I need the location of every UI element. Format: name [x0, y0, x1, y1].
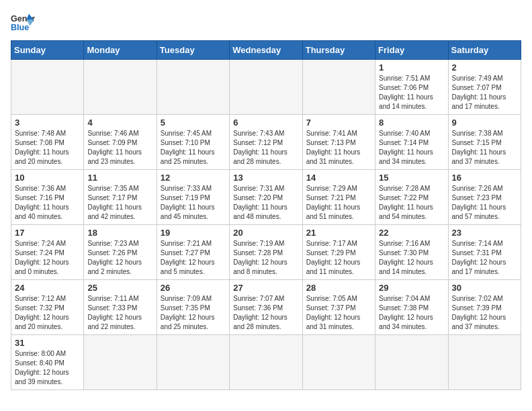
- calendar-cell: [230, 335, 302, 390]
- calendar-cell: 14Sunrise: 7:29 AM Sunset: 7:21 PM Dayli…: [302, 170, 375, 225]
- logo-icon: General Blue: [11, 11, 35, 35]
- calendar-cell: 18Sunrise: 7:23 AM Sunset: 7:26 PM Dayli…: [84, 225, 157, 280]
- calendar-cell: 16Sunrise: 7:26 AM Sunset: 7:23 PM Dayli…: [448, 170, 521, 225]
- day-number: 22: [379, 228, 444, 238]
- day-info: Sunrise: 7:48 AM Sunset: 7:08 PM Dayligh…: [15, 129, 80, 167]
- day-number: 17: [15, 228, 80, 238]
- day-info: Sunrise: 7:09 AM Sunset: 7:35 PM Dayligh…: [161, 294, 226, 332]
- day-info: Sunrise: 7:07 AM Sunset: 7:36 PM Dayligh…: [233, 294, 298, 332]
- day-number: 7: [306, 118, 371, 128]
- calendar-cell: 9Sunrise: 7:38 AM Sunset: 7:15 PM Daylig…: [448, 115, 521, 170]
- day-number: 26: [161, 283, 226, 293]
- calendar-cell: 22Sunrise: 7:16 AM Sunset: 7:30 PM Dayli…: [375, 225, 448, 280]
- calendar-cell: [375, 335, 448, 390]
- calendar-cell: [302, 335, 375, 390]
- calendar-cell: 13Sunrise: 7:31 AM Sunset: 7:20 PM Dayli…: [230, 170, 302, 225]
- calendar-cell: 28Sunrise: 7:05 AM Sunset: 7:37 PM Dayli…: [302, 280, 375, 335]
- calendar-cell: 30Sunrise: 7:02 AM Sunset: 7:39 PM Dayli…: [448, 280, 521, 335]
- weekday-header: Monday: [84, 41, 157, 60]
- day-number: 23: [452, 228, 517, 238]
- calendar-cell: 27Sunrise: 7:07 AM Sunset: 7:36 PM Dayli…: [230, 280, 302, 335]
- calendar-cell: [84, 60, 157, 115]
- day-info: Sunrise: 7:14 AM Sunset: 7:31 PM Dayligh…: [452, 239, 517, 277]
- svg-text:Blue: Blue: [11, 23, 29, 32]
- calendar-row: 1Sunrise: 7:51 AM Sunset: 7:06 PM Daylig…: [11, 60, 521, 115]
- calendar-cell: 8Sunrise: 7:40 AM Sunset: 7:14 PM Daylig…: [375, 115, 448, 170]
- day-number: 11: [87, 173, 152, 183]
- day-number: 10: [15, 173, 80, 183]
- calendar-cell: 29Sunrise: 7:04 AM Sunset: 7:38 PM Dayli…: [375, 280, 448, 335]
- day-number: 8: [379, 118, 444, 128]
- day-info: Sunrise: 7:11 AM Sunset: 7:33 PM Dayligh…: [87, 294, 152, 332]
- calendar-cell: 7Sunrise: 7:41 AM Sunset: 7:13 PM Daylig…: [302, 115, 375, 170]
- calendar-cell: 17Sunrise: 7:24 AM Sunset: 7:24 PM Dayli…: [11, 225, 84, 280]
- calendar-cell: 6Sunrise: 7:43 AM Sunset: 7:12 PM Daylig…: [230, 115, 302, 170]
- day-info: Sunrise: 7:05 AM Sunset: 7:37 PM Dayligh…: [306, 294, 371, 332]
- weekday-header: Saturday: [448, 41, 521, 60]
- weekday-header: Wednesday: [230, 41, 302, 60]
- calendar: SundayMondayTuesdayWednesdayThursdayFrid…: [11, 40, 521, 390]
- weekday-header: Thursday: [302, 41, 375, 60]
- day-info: Sunrise: 7:31 AM Sunset: 7:20 PM Dayligh…: [233, 184, 298, 222]
- day-number: 31: [15, 338, 80, 348]
- day-number: 2: [452, 62, 517, 73]
- day-number: 1: [379, 62, 444, 73]
- calendar-cell: 4Sunrise: 7:46 AM Sunset: 7:09 PM Daylig…: [84, 115, 157, 170]
- calendar-cell: 25Sunrise: 7:11 AM Sunset: 7:33 PM Dayli…: [84, 280, 157, 335]
- day-number: 20: [233, 228, 298, 238]
- weekday-header: Friday: [375, 41, 448, 60]
- day-number: 24: [15, 283, 80, 293]
- day-info: Sunrise: 7:33 AM Sunset: 7:19 PM Dayligh…: [161, 184, 226, 222]
- day-info: Sunrise: 7:46 AM Sunset: 7:09 PM Dayligh…: [87, 129, 152, 167]
- day-number: 14: [306, 173, 371, 183]
- calendar-cell: 5Sunrise: 7:45 AM Sunset: 7:10 PM Daylig…: [157, 115, 229, 170]
- day-info: Sunrise: 7:28 AM Sunset: 7:22 PM Dayligh…: [379, 184, 444, 222]
- day-info: Sunrise: 7:16 AM Sunset: 7:30 PM Dayligh…: [379, 239, 444, 277]
- day-info: Sunrise: 8:00 AM Sunset: 8:40 PM Dayligh…: [15, 349, 80, 387]
- calendar-cell: 11Sunrise: 7:35 AM Sunset: 7:17 PM Dayli…: [84, 170, 157, 225]
- day-info: Sunrise: 7:40 AM Sunset: 7:14 PM Dayligh…: [379, 129, 444, 167]
- day-number: 28: [306, 283, 371, 293]
- calendar-body: 1Sunrise: 7:51 AM Sunset: 7:06 PM Daylig…: [11, 60, 521, 390]
- calendar-cell: 21Sunrise: 7:17 AM Sunset: 7:29 PM Dayli…: [302, 225, 375, 280]
- calendar-cell: 31Sunrise: 8:00 AM Sunset: 8:40 PM Dayli…: [11, 335, 84, 390]
- calendar-cell: [84, 335, 157, 390]
- calendar-row: 3Sunrise: 7:48 AM Sunset: 7:08 PM Daylig…: [11, 115, 521, 170]
- day-info: Sunrise: 7:51 AM Sunset: 7:06 PM Dayligh…: [379, 74, 444, 111]
- day-number: 27: [233, 283, 298, 293]
- day-info: Sunrise: 7:29 AM Sunset: 7:21 PM Dayligh…: [306, 184, 371, 222]
- day-number: 6: [233, 118, 298, 128]
- day-number: 19: [161, 228, 226, 238]
- day-info: Sunrise: 7:24 AM Sunset: 7:24 PM Dayligh…: [15, 239, 80, 277]
- calendar-cell: [157, 60, 229, 115]
- day-info: Sunrise: 7:45 AM Sunset: 7:10 PM Dayligh…: [161, 129, 226, 167]
- day-info: Sunrise: 7:26 AM Sunset: 7:23 PM Dayligh…: [452, 184, 517, 222]
- day-info: Sunrise: 7:36 AM Sunset: 7:16 PM Dayligh…: [15, 184, 80, 222]
- calendar-cell: 15Sunrise: 7:28 AM Sunset: 7:22 PM Dayli…: [375, 170, 448, 225]
- calendar-cell: 10Sunrise: 7:36 AM Sunset: 7:16 PM Dayli…: [11, 170, 84, 225]
- day-info: Sunrise: 7:35 AM Sunset: 7:17 PM Dayligh…: [87, 184, 152, 222]
- day-number: 4: [87, 118, 152, 128]
- day-number: 13: [233, 173, 298, 183]
- day-number: 21: [306, 228, 371, 238]
- calendar-cell: [230, 60, 302, 115]
- day-info: Sunrise: 7:49 AM Sunset: 7:07 PM Dayligh…: [452, 74, 517, 111]
- calendar-cell: 24Sunrise: 7:12 AM Sunset: 7:32 PM Dayli…: [11, 280, 84, 335]
- calendar-row: 17Sunrise: 7:24 AM Sunset: 7:24 PM Dayli…: [11, 225, 521, 280]
- day-info: Sunrise: 7:43 AM Sunset: 7:12 PM Dayligh…: [233, 129, 298, 167]
- day-number: 15: [379, 173, 444, 183]
- day-number: 12: [161, 173, 226, 183]
- calendar-cell: 3Sunrise: 7:48 AM Sunset: 7:08 PM Daylig…: [11, 115, 84, 170]
- calendar-cell: 23Sunrise: 7:14 AM Sunset: 7:31 PM Dayli…: [448, 225, 521, 280]
- calendar-row: 10Sunrise: 7:36 AM Sunset: 7:16 PM Dayli…: [11, 170, 521, 225]
- day-number: 5: [161, 118, 226, 128]
- day-info: Sunrise: 7:38 AM Sunset: 7:15 PM Dayligh…: [452, 129, 517, 167]
- day-info: Sunrise: 7:41 AM Sunset: 7:13 PM Dayligh…: [306, 129, 371, 167]
- header: General Blue: [11, 11, 521, 35]
- calendar-cell: 20Sunrise: 7:19 AM Sunset: 7:28 PM Dayli…: [230, 225, 302, 280]
- calendar-cell: [157, 335, 229, 390]
- day-info: Sunrise: 7:04 AM Sunset: 7:38 PM Dayligh…: [379, 294, 444, 332]
- day-number: 29: [379, 283, 444, 293]
- day-number: 9: [452, 118, 517, 128]
- calendar-cell: 1Sunrise: 7:51 AM Sunset: 7:06 PM Daylig…: [375, 60, 448, 115]
